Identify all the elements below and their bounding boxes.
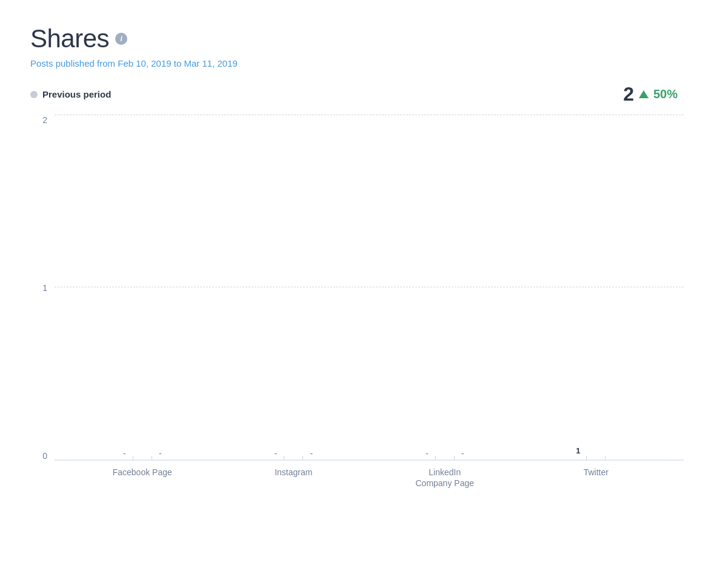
info-icon[interactable]: i bbox=[115, 33, 127, 45]
tick-linkedin bbox=[410, 456, 479, 459]
summary-percent: 50% bbox=[653, 87, 678, 101]
page-title: Shares bbox=[30, 24, 109, 53]
y-label-2: 2 bbox=[42, 115, 47, 125]
y-axis: 2 1 0 bbox=[30, 115, 55, 491]
trend-up-icon bbox=[639, 90, 649, 98]
y-label-1: 1 bbox=[42, 283, 47, 293]
y-label-0: 0 bbox=[42, 451, 47, 461]
tick-marks bbox=[55, 456, 684, 459]
tick-twitter bbox=[561, 456, 630, 459]
legend-dot bbox=[30, 91, 38, 98]
bar-twitter-current-label: 2 bbox=[612, 463, 616, 473]
x-label-facebook: Facebook Page bbox=[108, 467, 177, 491]
stats-summary: 2 50% bbox=[623, 83, 678, 105]
subtitle: Posts published from Feb 10, 2019 to Mar… bbox=[30, 58, 684, 68]
title-row: Shares i bbox=[30, 24, 684, 53]
tick-instagram bbox=[259, 456, 328, 459]
legend-item-previous: Previous period bbox=[30, 89, 111, 99]
legend-row: Previous period 2 50% bbox=[30, 83, 684, 105]
x-axis: Facebook Page Instagram LinkedIn Company… bbox=[55, 461, 684, 491]
chart-plot: 1 2 bbox=[55, 115, 684, 461]
tick-facebook bbox=[108, 456, 177, 459]
x-label-instagram: Instagram bbox=[259, 467, 328, 491]
legend-label: Previous period bbox=[42, 89, 111, 99]
chart-area: 1 2 bbox=[55, 115, 684, 491]
summary-value: 2 bbox=[623, 83, 634, 105]
bar-twitter-previous-label: 1 bbox=[576, 446, 580, 455]
x-label-twitter: Twitter bbox=[561, 467, 630, 491]
bars-container: 1 2 bbox=[55, 115, 684, 459]
x-label-linkedin: LinkedIn Company Page bbox=[410, 467, 479, 491]
chart-wrapper: 2 1 0 bbox=[30, 115, 684, 491]
